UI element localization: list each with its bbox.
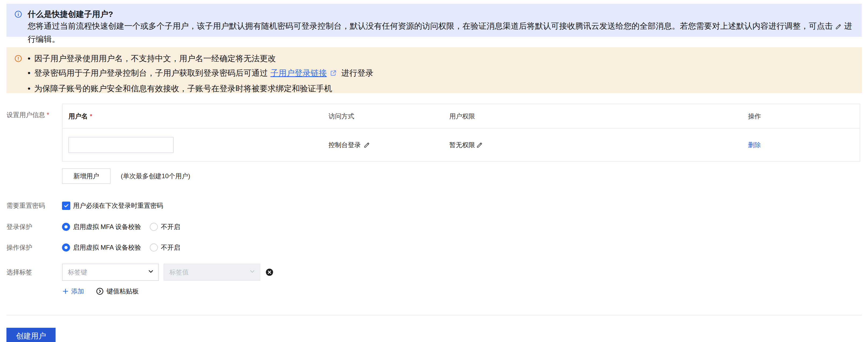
edit-pencil-icon bbox=[835, 23, 842, 32]
tag-key-select[interactable]: 标签键 bbox=[62, 263, 159, 281]
login-protection-off-label[interactable]: 不开启 bbox=[161, 222, 180, 231]
username-input[interactable] bbox=[68, 137, 174, 153]
operation-protection-mfa-radio[interactable] bbox=[62, 244, 70, 252]
operation-protection-off-radio[interactable] bbox=[150, 244, 158, 252]
create-user-button[interactable]: 创建用户 bbox=[6, 328, 56, 342]
paste-board-button[interactable]: 键值粘贴板 bbox=[96, 287, 139, 296]
login-protection-mfa-label[interactable]: 启用虚拟 MFA 设备校验 bbox=[73, 222, 141, 231]
user-table: 用户名* 访问方式 用户权限 操作 控制台登录 暂无权限 删除 bbox=[62, 104, 860, 162]
login-protection-off-radio[interactable] bbox=[150, 223, 158, 231]
user-table-header: 用户名* 访问方式 用户权限 操作 bbox=[63, 104, 860, 129]
warning-bullet-2-text: 登录密码用于子用户登录控制台，子用户获取到登录密码后可通过 bbox=[34, 68, 268, 77]
reset-password-checkbox-label[interactable]: 用户必须在下次登录时重置密码 bbox=[73, 201, 163, 210]
edit-access-pencil-icon[interactable] bbox=[364, 142, 370, 149]
info-banner-text-before: 您将通过当前流程快速创建一个或多个子用户，该子用户默认拥有随机密码可登录控制台，… bbox=[28, 22, 833, 30]
delete-row-link[interactable]: 删除 bbox=[748, 141, 761, 149]
circle-chevron-right-icon bbox=[96, 287, 104, 295]
check-icon bbox=[63, 203, 69, 209]
operation-protection-label: 操作保护 bbox=[0, 243, 62, 252]
add-tag-label: 添加 bbox=[71, 287, 84, 296]
add-user-button[interactable]: 新增用户 bbox=[62, 168, 111, 184]
header-permission: 用户权限 bbox=[443, 112, 742, 121]
footer-divider bbox=[6, 315, 862, 315]
required-asterisk: * bbox=[47, 111, 49, 118]
warning-banner: 因子用户登录使用用户名，不支持中文，用户名一经确定将无法更改 登录密码用于子用户… bbox=[6, 47, 862, 93]
tags-label: 选择标签 bbox=[0, 268, 62, 277]
table-row: 控制台登录 暂无权限 删除 bbox=[63, 129, 860, 161]
add-user-hint: (单次最多创建10个用户) bbox=[121, 172, 190, 180]
operation-protection-off-label[interactable]: 不开启 bbox=[161, 243, 180, 252]
info-banner: 什么是快捷创建子用户? 您将通过当前流程快速创建一个或多个子用户，该子用户默认拥… bbox=[6, 4, 862, 37]
info-icon bbox=[14, 10, 22, 19]
login-protection-label: 登录保护 bbox=[0, 222, 62, 231]
user-info-label: 设置用户信息* bbox=[0, 104, 62, 119]
warning-icon bbox=[14, 55, 22, 63]
tag-value-select[interactable]: 标签值 bbox=[163, 263, 260, 281]
plus-icon bbox=[62, 288, 69, 295]
warning-bullet-2-tail: 进行登录 bbox=[341, 68, 374, 77]
access-method-value: 控制台登录 bbox=[329, 141, 361, 149]
tag-key-placeholder: 标签键 bbox=[68, 268, 87, 277]
login-protection-mfa-radio[interactable] bbox=[62, 223, 70, 231]
warning-bullet-1: 因子用户登录使用用户名，不支持中文，用户名一经确定将无法更改 bbox=[28, 51, 374, 66]
info-banner-title: 什么是快捷创建子用户? bbox=[28, 8, 854, 20]
warning-bullet-2: 登录密码用于子用户登录控制台，子用户获取到登录密码后可通过子用户登录链接进行登录 bbox=[28, 66, 374, 81]
reset-password-label: 需要重置密码 bbox=[0, 201, 62, 210]
reset-password-checkbox[interactable] bbox=[62, 201, 70, 210]
tag-value-placeholder: 标签值 bbox=[169, 268, 189, 277]
header-access-method: 访问方式 bbox=[322, 112, 443, 121]
operation-protection-mfa-label[interactable]: 启用虚拟 MFA 设备校验 bbox=[73, 243, 141, 252]
required-asterisk: * bbox=[90, 113, 92, 120]
external-link-icon[interactable] bbox=[330, 69, 337, 79]
warning-bullet-3: 为保障子账号的账户安全和信息有效接收，子账号在登录时将被要求绑定和验证手机 bbox=[28, 81, 374, 96]
header-username: 用户名* bbox=[63, 112, 322, 121]
header-action: 操作 bbox=[742, 112, 860, 121]
paste-board-label: 键值粘贴板 bbox=[106, 287, 139, 296]
chevron-down-icon bbox=[249, 268, 255, 276]
info-banner-text: 您将通过当前流程快速创建一个或多个子用户，该子用户默认拥有随机密码可登录控制台，… bbox=[28, 20, 854, 45]
subuser-login-link[interactable]: 子用户登录链接 bbox=[271, 68, 327, 77]
permission-value: 暂无权限 bbox=[449, 141, 475, 149]
add-tag-button[interactable]: 添加 bbox=[62, 287, 84, 296]
chevron-down-icon bbox=[148, 268, 154, 276]
remove-tag-icon[interactable] bbox=[265, 268, 274, 277]
edit-permission-pencil-icon[interactable] bbox=[476, 142, 483, 149]
